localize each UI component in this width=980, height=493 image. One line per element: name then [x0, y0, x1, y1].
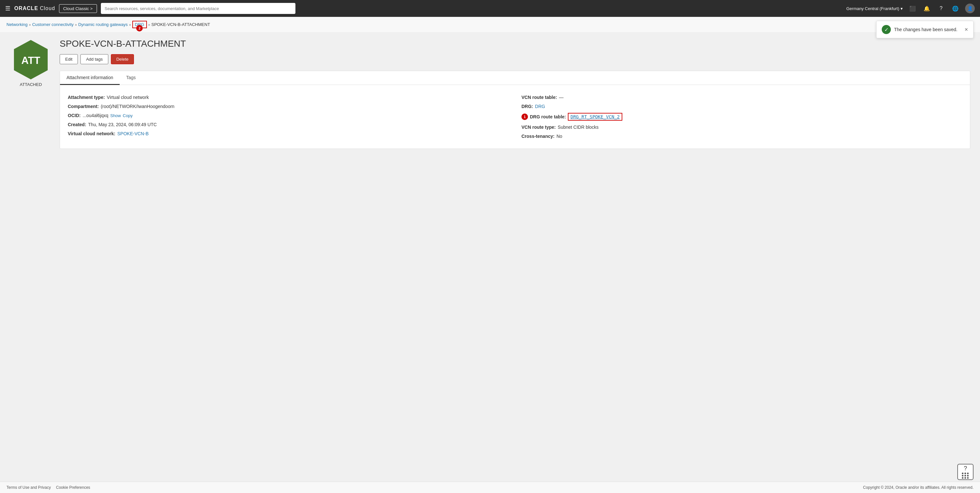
drg-route-table-label: DRG route table:: [530, 114, 566, 119]
compartment-label: Compartment:: [68, 104, 99, 109]
oracle-logo: ORACLE Cloud: [14, 5, 55, 11]
tab-attachment-information[interactable]: Attachment information: [60, 71, 120, 85]
chevron-down-icon: ▾: [900, 6, 903, 11]
info-left-column: Attachment type: Virtual cloud network C…: [68, 93, 509, 141]
help-icon[interactable]: ?: [937, 4, 946, 13]
hamburger-icon[interactable]: ☰: [5, 5, 10, 12]
vcn-route-table-value: —: [559, 95, 563, 100]
created-label: Created:: [68, 122, 86, 127]
attachment-hexagon-icon: ATT: [10, 38, 52, 81]
tabs-header: Attachment information Tags: [60, 71, 970, 85]
info-right-column: VCN route table: — DRG: DRG 1 DRG route …: [522, 93, 962, 141]
breadcrumb: Networking » Customer connectivity » Dyn…: [0, 17, 980, 32]
delete-button[interactable]: Delete: [111, 54, 134, 64]
nav-right: Germany Central (Frankfurt) ▾ ⬛ 🔔 ? 🌐 👤: [846, 3, 975, 13]
cloud-shell-icon[interactable]: ⬛: [908, 4, 917, 13]
attachment-icon-section: ATT ATTACHED: [10, 38, 52, 87]
page-header: ATT ATTACHED SPOKE-VCN-B-ATTACHMENT Edit…: [10, 38, 970, 149]
page-title: SPOKE-VCN-B-ATTACHMENT: [60, 38, 970, 49]
footer: Terms of Use and Privacy Cookie Preferen…: [0, 482, 980, 493]
vcn-label: Virtual cloud network:: [68, 131, 115, 136]
vcn-route-table-row: VCN route table: —: [522, 93, 962, 102]
attachment-type-label: Attachment type:: [68, 95, 105, 100]
main-content: ATT ATTACHED SPOKE-VCN-B-ATTACHMENT Edit…: [0, 32, 980, 482]
breadcrumb-current: SPOKE-VCN-B-ATTACHMENT: [151, 22, 210, 27]
cross-tenancy-row: Cross-tenancy: No: [522, 132, 962, 141]
breadcrumb-dynamic-routing-gateways[interactable]: Dynamic routing gateways: [78, 22, 127, 27]
breadcrumb-sep-4: »: [148, 23, 150, 27]
cloud-classic-button[interactable]: Cloud Classic >: [59, 4, 97, 13]
top-navigation: ☰ ORACLE Cloud Cloud Classic > Germany C…: [0, 0, 980, 17]
ocid-value: ...ou4al6jqxq: [83, 113, 108, 118]
drg-badge-wrapper: DRG 2: [132, 21, 147, 28]
drg-route-table-link[interactable]: DRG_RT_SPOKE_VCN_2: [570, 114, 620, 119]
help-dots-icon: [962, 472, 969, 479]
drg-link[interactable]: DRG: [535, 104, 545, 109]
footer-left: Terms of Use and Privacy Cookie Preferen…: [6, 485, 90, 490]
breadcrumb-sep-1: »: [29, 23, 31, 27]
cross-tenancy-value: No: [557, 134, 562, 139]
page-title-and-content: SPOKE-VCN-B-ATTACHMENT Edit Add tags Del…: [60, 38, 970, 149]
compartment-row: Compartment: (root)/NETWORK/IwanHoogendo…: [68, 102, 509, 111]
toast-notification: ✓ The changes have been saved. ×: [876, 21, 974, 38]
vcn-route-type-value: Subnet CIDR blocks: [558, 124, 599, 130]
drg-badge-2: 2: [136, 25, 143, 32]
compartment-value: (root)/NETWORK/IwanHoogendoorn: [101, 104, 175, 109]
ocid-show-link[interactable]: Show: [110, 113, 121, 118]
tab-attachment-info-content: Attachment type: Virtual cloud network C…: [60, 85, 970, 149]
breadcrumb-sep-2: »: [75, 23, 77, 27]
action-buttons: Edit Add tags Delete: [60, 54, 970, 64]
toast-check-icon: ✓: [882, 25, 891, 34]
vcn-route-type-row: VCN route type: Subnet CIDR blocks: [522, 122, 962, 132]
vcn-row: Virtual cloud network: SPOKE-VCN-B: [68, 129, 509, 138]
toast-close-button[interactable]: ×: [964, 27, 968, 32]
created-row: Created: Thu, May 23, 2024, 06:09:49 UTC: [68, 120, 509, 129]
ocid-copy-link[interactable]: Copy: [123, 113, 133, 118]
ocid-row: OCID: ...ou4al6jqxq Show Copy: [68, 111, 509, 120]
edit-button[interactable]: Edit: [60, 54, 78, 64]
avatar[interactable]: 👤: [965, 3, 975, 13]
attachment-type-value: Virtual cloud network: [107, 95, 149, 100]
ocid-label: OCID:: [68, 113, 81, 118]
created-value: Thu, May 23, 2024, 06:09:49 UTC: [88, 122, 157, 127]
drg-row: DRG: DRG: [522, 102, 962, 111]
info-grid: Attachment type: Virtual cloud network C…: [68, 93, 962, 141]
attachment-status: ATTACHED: [20, 82, 42, 87]
drg-route-table-badge: 1: [522, 113, 528, 120]
region-selector[interactable]: Germany Central (Frankfurt) ▾: [846, 6, 903, 11]
breadcrumb-sep-3: »: [129, 23, 131, 27]
footer-copyright: Copyright © 2024, Oracle and/or its affi…: [863, 485, 974, 490]
tab-tags[interactable]: Tags: [120, 71, 142, 85]
drg-label: DRG:: [522, 104, 533, 109]
cross-tenancy-label: Cross-tenancy:: [522, 134, 555, 139]
region-label: Germany Central (Frankfurt): [846, 6, 899, 11]
breadcrumb-networking[interactable]: Networking: [6, 22, 27, 27]
vcn-route-type-label: VCN route type:: [522, 124, 556, 130]
svg-text:ATT: ATT: [21, 55, 40, 66]
toast-message: The changes have been saved.: [894, 27, 961, 32]
drg-route-table-highlight: DRG_RT_SPOKE_VCN_2: [568, 113, 622, 121]
attachment-type-row: Attachment type: Virtual cloud network: [68, 93, 509, 102]
help-question-icon: ?: [964, 465, 967, 472]
bell-icon[interactable]: 🔔: [922, 4, 931, 13]
cookie-link[interactable]: Cookie Preferences: [56, 485, 90, 490]
breadcrumb-customer-connectivity[interactable]: Customer connectivity: [32, 22, 73, 27]
vcn-link[interactable]: SPOKE-VCN-B: [118, 131, 148, 136]
terms-link[interactable]: Terms of Use and Privacy: [6, 485, 51, 490]
tabs-container: Attachment information Tags Attachment t…: [60, 71, 970, 149]
add-tags-button[interactable]: Add tags: [80, 54, 108, 64]
search-input[interactable]: [101, 3, 296, 14]
globe-icon[interactable]: 🌐: [951, 4, 960, 13]
drg-route-table-row: 1 DRG route table: DRG_RT_SPOKE_VCN_2: [522, 111, 962, 122]
vcn-route-table-label: VCN route table:: [522, 95, 557, 100]
help-button[interactable]: ?: [957, 464, 974, 480]
